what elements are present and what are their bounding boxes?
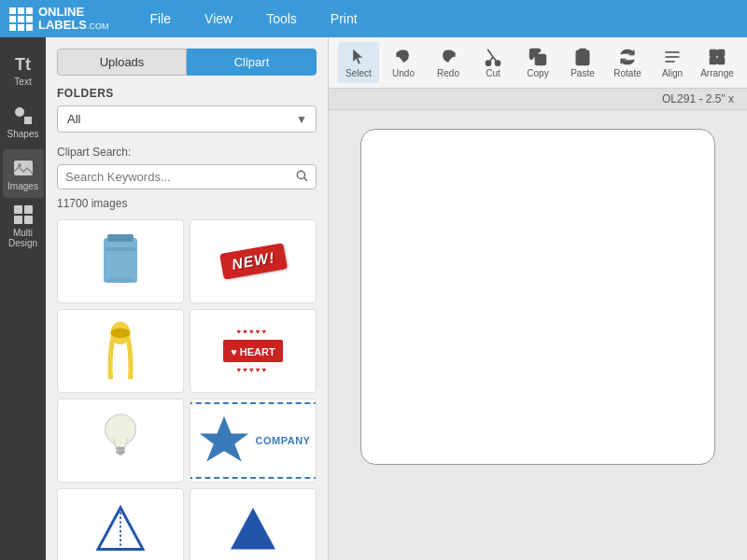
redo-label: Redo [437, 68, 459, 78]
redo-icon [439, 48, 458, 66]
clipart-item-new-stamp[interactable]: NEW! [190, 219, 317, 303]
tab-uploads[interactable]: Uploads [57, 49, 187, 76]
svg-point-9 [297, 171, 304, 178]
tool-select[interactable]: Select [338, 42, 379, 83]
tool-paste[interactable]: Paste [562, 42, 603, 83]
menu-view[interactable]: View [197, 7, 240, 30]
svg-rect-38 [711, 57, 717, 63]
tool-redo[interactable]: Redo [428, 42, 469, 83]
heart-label-text: ♥ HEART [231, 346, 275, 357]
cursor-icon [349, 48, 368, 66]
label-info-text: OL291 - 2.5" x [662, 92, 734, 105]
svg-line-30 [487, 49, 493, 56]
svg-text:Tt: Tt [15, 55, 31, 74]
new-stamp-text: NEW! [230, 249, 275, 273]
svg-rect-37 [718, 49, 725, 56]
sidebar-item-multi-design[interactable]: MultiDesign [3, 202, 44, 250]
company-star-icon [196, 408, 252, 473]
hearts-row-bottom: ♥♥♥♥♥ [223, 366, 279, 374]
sidebar-item-shapes[interactable]: Shapes [3, 97, 44, 146]
image-count: 11700 images [57, 197, 317, 210]
shapes-icon [12, 105, 35, 127]
tab-clipart[interactable]: Clipart [187, 49, 317, 76]
clipart-item-lightbulb[interactable] [57, 399, 184, 483]
main-layout: Tt Text Shapes Images [0, 37, 747, 560]
cut-label: Cut [486, 68, 500, 78]
svg-point-1 [15, 107, 24, 117]
svg-rect-6 [24, 205, 33, 214]
tabs: Uploads Clipart [57, 49, 317, 76]
svg-rect-18 [116, 447, 124, 451]
toolbar: Select Undo Redo [329, 37, 747, 89]
panel: Uploads Clipart FOLDERS All ▼ Clipart Se… [46, 37, 329, 560]
menu-print[interactable]: Print [323, 7, 365, 30]
copy-label: Copy [527, 68, 548, 78]
tool-cut[interactable]: Cut [472, 42, 514, 83]
sidebar-item-text[interactable]: Tt Text [3, 45, 44, 93]
svg-point-16 [111, 329, 131, 339]
sidebar-item-images[interactable]: Images [3, 149, 44, 198]
svg-rect-19 [116, 451, 124, 455]
sidebar-multidesign-label: MultiDesign [8, 228, 37, 248]
label-canvas [360, 129, 715, 465]
menu-bar: ONLINELABELS.COM File View Tools Print [0, 0, 747, 37]
tool-undo[interactable]: Undo [383, 42, 424, 83]
triangle-filled-svg [225, 497, 281, 560]
svg-rect-13 [106, 247, 135, 251]
company-logo-inner: COMPANY [196, 408, 311, 473]
undo-label: Undo [392, 68, 415, 78]
svg-rect-5 [14, 205, 22, 214]
container-svg [92, 229, 148, 294]
folders-dropdown-wrapper: All ▼ [57, 105, 317, 133]
arrange-label: Arrange [700, 68, 734, 78]
rotate-label: Rotate [613, 68, 641, 78]
clipart-item-company[interactable]: COMPANY [190, 399, 317, 483]
search-wrapper [57, 164, 317, 189]
search-input[interactable] [65, 170, 295, 184]
heart-wrapper: ♥♥♥♥♥ ♥ HEART ♥♥♥♥♥ [223, 328, 282, 374]
svg-rect-2 [24, 117, 32, 124]
clipart-item-heart[interactable]: ♥♥♥♥♥ ♥ HEART ♥♥♥♥♥ [190, 309, 317, 393]
undo-icon [394, 48, 413, 66]
tool-copy[interactable]: Copy [517, 42, 558, 83]
paste-icon [573, 48, 592, 66]
clipart-item-hair[interactable] [57, 309, 184, 393]
clipart-item-triangle-filled[interactable] [190, 488, 317, 560]
tool-arrange[interactable]: Arrange [697, 42, 738, 83]
svg-rect-8 [24, 216, 33, 224]
image-grid: NEW! ♥♥♥♥♥ [57, 219, 317, 560]
cut-icon [484, 48, 502, 66]
tool-rotate[interactable]: Rotate [607, 42, 648, 83]
svg-rect-7 [14, 216, 22, 224]
svg-marker-25 [231, 508, 275, 549]
clipart-item-triangle-outline[interactable] [57, 488, 184, 560]
svg-rect-31 [536, 54, 546, 64]
search-button[interactable] [295, 169, 308, 185]
svg-rect-39 [718, 57, 725, 63]
search-icon [295, 169, 308, 182]
svg-point-14 [107, 277, 134, 283]
align-label: Align [662, 68, 683, 78]
sidebar-shapes-label: Shapes [7, 129, 39, 139]
align-icon [663, 48, 682, 66]
tool-align[interactable]: Align [652, 42, 693, 83]
menu-tools[interactable]: Tools [259, 7, 304, 30]
canvas-area: Select Undo Redo [329, 37, 747, 560]
icon-sidebar: Tt Text Shapes Images [0, 37, 46, 560]
multi-design-icon [12, 203, 35, 226]
svg-rect-32 [580, 49, 586, 51]
arrange-icon [708, 48, 726, 66]
rotate-icon [618, 48, 637, 66]
hearts-row: ♥♥♥♥♥ [223, 328, 279, 336]
sidebar-images-label: Images [7, 181, 38, 191]
new-stamp-badge: NEW! [219, 243, 287, 279]
triangle-outline-svg [92, 497, 148, 560]
workspace[interactable] [329, 110, 747, 560]
heart-label-badge: ♥ HEART [223, 340, 282, 362]
company-logo-wrapper: COMPANY [190, 402, 317, 479]
menu-file[interactable]: File [143, 7, 179, 30]
folders-select[interactable]: All [57, 105, 317, 133]
clipart-item-container[interactable] [57, 219, 184, 303]
svg-rect-36 [711, 49, 717, 56]
text-icon: Tt [12, 52, 35, 75]
